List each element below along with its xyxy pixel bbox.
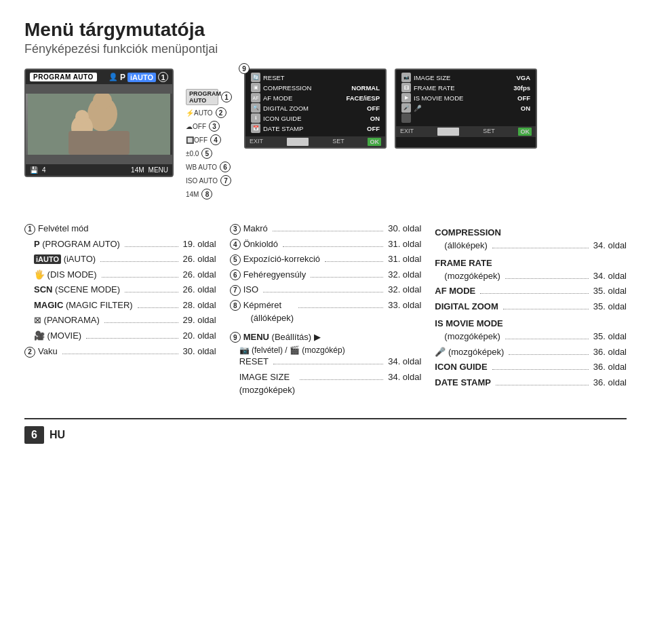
circled-7: 7: [220, 175, 231, 186]
menu-screen-2-inner: 📷 IMAGE SIZE VGA 🎞 FRAME RATE 30fps ▶ IS…: [396, 70, 536, 125]
kepmet-text: Képméret (állóképek): [243, 299, 294, 325]
onkiold-text: Önkioldó: [243, 238, 278, 251]
dots-datestamp: [496, 385, 589, 385]
svg-rect-5: [68, 131, 130, 155]
menu-row-iconguide: ℹ ICON GUIDE ON: [251, 113, 380, 123]
menu-reset-text: RESET: [239, 355, 269, 368]
col3-compression-header: COMPRESSION: [435, 227, 627, 238]
page-framerate: 34. oldal: [593, 269, 627, 283]
extra-icon: [401, 113, 411, 123]
col3-ismovie-header: IS MOVIE MODE: [435, 318, 627, 328]
feher-text: Fehéregyensúly: [243, 268, 307, 282]
col3-digizoom-item: DIGITAL ZOOM 35. oldal: [435, 300, 627, 314]
page-compression: 34. oldal: [593, 239, 627, 252]
col2-menu-sub: 📷 (felvétel) / 🎬 (mozgókép) RESET 34. ol…: [230, 345, 422, 397]
col3-iconguide-item: ICON GUIDE 36. oldal: [435, 360, 627, 374]
expo-text: Expozíció-korrekció: [243, 252, 320, 266]
circled-5-content: 5: [230, 254, 241, 265]
dots-expo: [325, 261, 383, 262]
circled-1-content: 1: [24, 224, 35, 235]
page-iauto: 26. oldal: [183, 252, 216, 266]
page-magic: 28. oldal: [183, 299, 216, 312]
page-iso: 32. oldal: [388, 283, 421, 297]
framerate-label: FRAME RATE: [414, 84, 511, 92]
af-icon: AF: [251, 93, 260, 102]
dots-framerate: [505, 278, 589, 279]
p-symbol: P (PROGRAM AUTO): [34, 238, 120, 251]
page-dis: 26. oldal: [183, 268, 216, 282]
footer-set-1: SET: [332, 138, 344, 146]
imgsize-value: VGA: [516, 74, 530, 81]
col3-datestamp-item: DATE STAMP 36. oldal: [435, 376, 627, 390]
col3-ismovie-item: (mozgóképek) 35. oldal: [435, 330, 627, 343]
menu-row-extra: [401, 113, 530, 123]
circled-6: 6: [220, 162, 231, 172]
photo-simulation: [26, 94, 172, 155]
imgsize-icon: 📷: [401, 73, 411, 82]
col2-item-feher: 6 Fehéregyensúly 32. oldal: [230, 268, 422, 282]
side-row-6: WB AUTO 6: [186, 161, 232, 173]
menu-sub-icons: 📷 (felvétel) / 🎬 (mozgókép): [239, 345, 422, 355]
mic-icon: 🎤: [401, 103, 411, 113]
col2-item-onkiold: 4 Önkioldó 31. oldal: [230, 238, 422, 251]
page-datestamp: 36. oldal: [593, 376, 627, 390]
page-ismovie: 35. oldal: [593, 330, 627, 343]
page-pano: 29. oldal: [183, 314, 216, 327]
col3-framerate-item: (mozgóképek) 34. oldal: [435, 269, 627, 283]
circled-2: 2: [216, 107, 226, 118]
page-vaku: 30. oldal: [183, 345, 216, 358]
menu-screen-1-inner: 🔄 RESET ▣ COMPRESSION NORMAL AF AF MODE: [245, 70, 385, 135]
footer-set-2: SET: [483, 128, 495, 136]
col-left: 1 Felvétel mód P (PROGRAM AUTO) 19. olda…: [24, 222, 216, 399]
framerate-icon: 🎞: [401, 83, 411, 92]
menu-screen-1: 🔄 RESET ▣ COMPRESSION NORMAL AF AF MODE: [244, 69, 387, 149]
page-number-box: 6: [24, 426, 44, 444]
col1-item-iauto: iAUTO (iAUTO) 26. oldal: [24, 252, 216, 266]
af-label: AF MODE: [263, 94, 343, 102]
col3-framerate-header: FRAME RATE: [435, 258, 627, 268]
movie-symbol: 🎥 (MOVIE): [34, 329, 81, 343]
footer-menu-badge-1: MENU: [287, 138, 309, 146]
imgsize-label: IMAGE SIZE: [414, 74, 513, 81]
col1-item-pano: ⊠ (PANORAMA) 29. oldal: [24, 314, 216, 327]
camera-top-bar: PROGRAM AUTO 👤 P iAUTO 1: [26, 70, 172, 84]
col2-menu-reset: RESET 34. oldal: [239, 355, 422, 368]
digizoom-text: DIGITAL ZOOM: [435, 300, 498, 314]
menu-row-af: AF AF MODE FACE/iESP: [251, 93, 380, 102]
datestamp-label: DATE STAMP: [263, 125, 364, 132]
afmode-text: AF MODE: [435, 284, 475, 298]
page-expo: 31. oldal: [388, 252, 421, 266]
col2-menu-imgsize: IMAGE SIZE(mozgóképek) 34. oldal: [239, 371, 422, 397]
dots-menu-reset: [273, 364, 383, 364]
reset-icon: 🔄: [251, 73, 260, 82]
menu-header-text: MENU (Beállítás) ▶: [243, 330, 321, 344]
menu-row-imgsize: 📷 IMAGE SIZE VGA: [401, 73, 530, 82]
person-icon: 👤: [108, 73, 118, 81]
language-label: HU: [50, 429, 65, 441]
page-digizoom: 35. oldal: [593, 300, 627, 314]
datestamp-value: OFF: [367, 125, 380, 132]
dots-afmode: [480, 293, 589, 294]
dots-iconguide: [492, 369, 589, 370]
dots-movie: [86, 338, 178, 339]
side-numbers: PROGRAM AUTO 1 ⚡AUTO 2 ☁OFF 3 🔲OFF 4 ±0.…: [186, 69, 232, 200]
ismovie-value: OFF: [517, 94, 530, 102]
iso-text: ISO: [243, 283, 258, 297]
circled-9-content: 9: [230, 332, 241, 343]
macro-text: Makró: [243, 222, 268, 235]
camera-photo-area: [26, 84, 172, 164]
circled-8-content: 8: [230, 300, 241, 311]
col2-menu-section: 9 MENU (Beállítás) ▶ 📷 (felvétel) / 🎬 (m…: [230, 330, 422, 397]
footer-exit-1: EXIT: [250, 138, 263, 146]
camera-section: PROGRAM AUTO 👤 P iAUTO 1: [24, 69, 627, 200]
digitalzoom-value: OFF: [367, 105, 380, 112]
circled-5: 5: [201, 148, 212, 159]
circled-4: 4: [210, 134, 221, 145]
footer-ok-badge-1: OK: [368, 138, 381, 146]
dots-menu-imgsize: [300, 379, 383, 380]
circled-4-content: 4: [230, 239, 241, 250]
bottom-number: 4: [42, 166, 46, 174]
col-mid: 3 Makró 30. oldal 4 Önkioldó 31. oldal 5…: [230, 222, 422, 399]
dots-dis: [102, 277, 178, 278]
dots-scn: [125, 292, 178, 292]
